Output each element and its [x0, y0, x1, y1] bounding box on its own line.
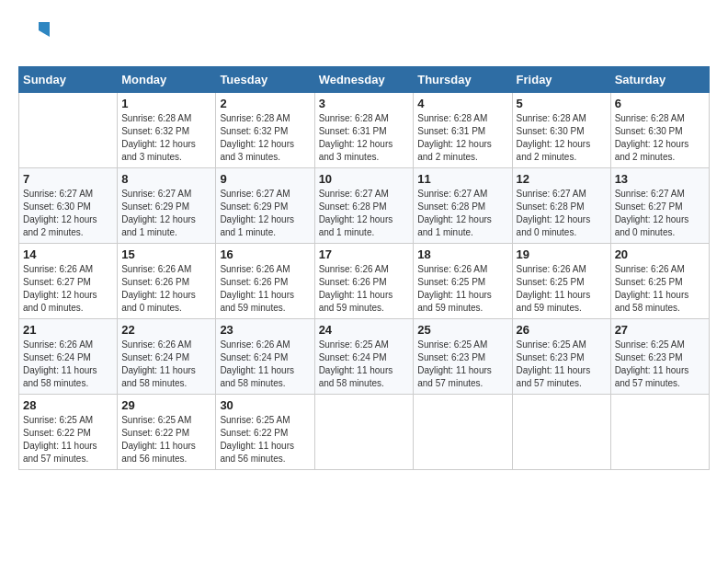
calendar-cell: 13Sunrise: 6:27 AM Sunset: 6:27 PM Dayli… — [610, 168, 709, 244]
day-info: Sunrise: 6:27 AM Sunset: 6:29 PM Dayligh… — [121, 188, 211, 239]
day-info: Sunrise: 6:28 AM Sunset: 6:32 PM Dayligh… — [121, 112, 211, 164]
day-number: 23 — [220, 323, 310, 337]
week-row-3: 14Sunrise: 6:26 AM Sunset: 6:27 PM Dayli… — [19, 244, 710, 319]
day-number: 15 — [121, 247, 211, 261]
calendar-cell: 8Sunrise: 6:27 AM Sunset: 6:29 PM Daylig… — [118, 168, 216, 244]
day-number: 22 — [121, 323, 211, 337]
day-number: 30 — [220, 398, 310, 412]
calendar-cell: 27Sunrise: 6:25 AM Sunset: 6:23 PM Dayli… — [610, 319, 709, 395]
day-info: Sunrise: 6:26 AM Sunset: 6:25 PM Dayligh… — [417, 263, 507, 315]
week-row-4: 21Sunrise: 6:26 AM Sunset: 6:24 PM Dayli… — [19, 319, 710, 395]
day-number: 25 — [417, 323, 507, 337]
day-number: 13 — [615, 172, 705, 186]
day-info: Sunrise: 6:27 AM Sunset: 6:28 PM Dayligh… — [417, 188, 507, 239]
day-number: 17 — [319, 247, 410, 261]
day-number: 3 — [319, 97, 410, 110]
calendar-cell: 11Sunrise: 6:27 AM Sunset: 6:28 PM Dayli… — [414, 168, 512, 244]
calendar-cell: 25Sunrise: 6:25 AM Sunset: 6:23 PM Dayli… — [414, 319, 512, 395]
day-number: 9 — [220, 172, 310, 186]
day-info: Sunrise: 6:27 AM Sunset: 6:28 PM Dayligh… — [319, 188, 410, 239]
day-number: 28 — [23, 398, 113, 412]
calendar-cell: 30Sunrise: 6:25 AM Sunset: 6:22 PM Dayli… — [216, 395, 314, 470]
day-number: 1 — [121, 97, 211, 110]
header-day-friday: Friday — [512, 67, 610, 93]
calendar-cell: 21Sunrise: 6:26 AM Sunset: 6:24 PM Dayli… — [19, 319, 118, 395]
day-number: 6 — [615, 97, 705, 110]
day-number: 26 — [517, 323, 607, 337]
week-row-2: 7Sunrise: 6:27 AM Sunset: 6:30 PM Daylig… — [19, 168, 710, 244]
calendar-cell: 16Sunrise: 6:26 AM Sunset: 6:26 PM Dayli… — [216, 244, 314, 319]
calendar-cell: 1Sunrise: 6:28 AM Sunset: 6:32 PM Daylig… — [118, 93, 216, 168]
calendar-cell: 29Sunrise: 6:25 AM Sunset: 6:22 PM Dayli… — [118, 395, 216, 470]
day-number: 21 — [23, 323, 113, 337]
header-day-sunday: Sunday — [19, 67, 118, 93]
day-info: Sunrise: 6:26 AM Sunset: 6:25 PM Dayligh… — [517, 263, 607, 315]
calendar-cell — [414, 395, 512, 470]
day-info: Sunrise: 6:25 AM Sunset: 6:24 PM Dayligh… — [319, 339, 410, 390]
day-info: Sunrise: 6:26 AM Sunset: 6:27 PM Dayligh… — [23, 263, 113, 315]
header-day-monday: Monday — [118, 67, 216, 93]
calendar-cell: 4Sunrise: 6:28 AM Sunset: 6:31 PM Daylig… — [414, 93, 512, 168]
calendar-cell: 17Sunrise: 6:26 AM Sunset: 6:26 PM Dayli… — [314, 244, 414, 319]
week-row-5: 28Sunrise: 6:25 AM Sunset: 6:22 PM Dayli… — [19, 395, 710, 470]
day-info: Sunrise: 6:25 AM Sunset: 6:22 PM Dayligh… — [121, 414, 211, 465]
header-day-wednesday: Wednesday — [314, 67, 414, 93]
calendar-cell: 6Sunrise: 6:28 AM Sunset: 6:30 PM Daylig… — [610, 93, 709, 168]
day-info: Sunrise: 6:26 AM Sunset: 6:24 PM Dayligh… — [220, 339, 310, 390]
day-number: 8 — [121, 172, 211, 186]
day-info: Sunrise: 6:28 AM Sunset: 6:30 PM Dayligh… — [517, 112, 607, 164]
day-number: 5 — [517, 97, 607, 110]
day-number: 27 — [615, 323, 705, 337]
day-info: Sunrise: 6:26 AM Sunset: 6:24 PM Dayligh… — [23, 339, 113, 390]
day-number: 14 — [23, 247, 113, 261]
day-number: 12 — [517, 172, 607, 186]
header-day-saturday: Saturday — [610, 67, 709, 93]
calendar-cell: 10Sunrise: 6:27 AM Sunset: 6:28 PM Dayli… — [314, 168, 414, 244]
calendar-cell — [19, 93, 118, 168]
day-info: Sunrise: 6:28 AM Sunset: 6:31 PM Dayligh… — [417, 112, 507, 164]
calendar-cell: 24Sunrise: 6:25 AM Sunset: 6:24 PM Dayli… — [314, 319, 414, 395]
calendar-body: 1Sunrise: 6:28 AM Sunset: 6:32 PM Daylig… — [19, 93, 710, 470]
day-info: Sunrise: 6:28 AM Sunset: 6:32 PM Dayligh… — [220, 112, 310, 164]
day-info: Sunrise: 6:26 AM Sunset: 6:26 PM Dayligh… — [319, 263, 410, 315]
calendar-cell: 18Sunrise: 6:26 AM Sunset: 6:25 PM Dayli… — [414, 244, 512, 319]
day-info: Sunrise: 6:28 AM Sunset: 6:31 PM Dayligh… — [319, 112, 410, 164]
calendar-cell: 3Sunrise: 6:28 AM Sunset: 6:31 PM Daylig… — [314, 93, 414, 168]
calendar-cell: 9Sunrise: 6:27 AM Sunset: 6:29 PM Daylig… — [216, 168, 314, 244]
day-number: 18 — [417, 247, 507, 261]
calendar-cell: 22Sunrise: 6:26 AM Sunset: 6:24 PM Dayli… — [118, 319, 216, 395]
day-info: Sunrise: 6:26 AM Sunset: 6:24 PM Dayligh… — [121, 339, 211, 390]
day-info: Sunrise: 6:27 AM Sunset: 6:30 PM Dayligh… — [23, 188, 113, 239]
day-info: Sunrise: 6:25 AM Sunset: 6:22 PM Dayligh… — [23, 414, 113, 465]
header-row: SundayMondayTuesdayWednesdayThursdayFrid… — [19, 67, 710, 93]
day-info: Sunrise: 6:25 AM Sunset: 6:23 PM Dayligh… — [417, 339, 507, 390]
logo — [18, 18, 55, 52]
day-info: Sunrise: 6:26 AM Sunset: 6:26 PM Dayligh… — [220, 263, 310, 315]
logo-graphic — [18, 18, 51, 52]
calendar-cell: 2Sunrise: 6:28 AM Sunset: 6:32 PM Daylig… — [216, 93, 314, 168]
calendar-cell — [512, 395, 610, 470]
day-number: 4 — [417, 97, 507, 110]
header-day-thursday: Thursday — [414, 67, 512, 93]
day-number: 20 — [615, 247, 705, 261]
calendar-cell — [314, 395, 414, 470]
calendar-cell: 28Sunrise: 6:25 AM Sunset: 6:22 PM Dayli… — [19, 395, 118, 470]
day-number: 24 — [319, 323, 410, 337]
day-info: Sunrise: 6:27 AM Sunset: 6:27 PM Dayligh… — [615, 188, 705, 239]
week-row-1: 1Sunrise: 6:28 AM Sunset: 6:32 PM Daylig… — [19, 93, 710, 168]
day-number: 11 — [417, 172, 507, 186]
day-number: 2 — [220, 97, 310, 110]
day-info: Sunrise: 6:27 AM Sunset: 6:29 PM Dayligh… — [220, 188, 310, 239]
day-info: Sunrise: 6:28 AM Sunset: 6:30 PM Dayligh… — [615, 112, 705, 164]
calendar-cell: 19Sunrise: 6:26 AM Sunset: 6:25 PM Dayli… — [512, 244, 610, 319]
day-number: 19 — [517, 247, 607, 261]
day-info: Sunrise: 6:26 AM Sunset: 6:25 PM Dayligh… — [615, 263, 705, 315]
calendar-cell: 14Sunrise: 6:26 AM Sunset: 6:27 PM Dayli… — [19, 244, 118, 319]
calendar-header: SundayMondayTuesdayWednesdayThursdayFrid… — [19, 67, 710, 93]
day-number: 7 — [23, 172, 113, 186]
page-header — [18, 18, 710, 52]
calendar-cell — [610, 395, 709, 470]
day-info: Sunrise: 6:26 AM Sunset: 6:26 PM Dayligh… — [121, 263, 211, 315]
day-info: Sunrise: 6:25 AM Sunset: 6:22 PM Dayligh… — [220, 414, 310, 465]
calendar-cell: 23Sunrise: 6:26 AM Sunset: 6:24 PM Dayli… — [216, 319, 314, 395]
